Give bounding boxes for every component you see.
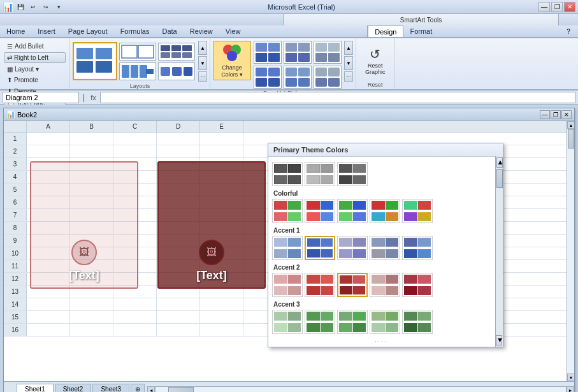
layouts-scroll-down[interactable]: ▼ (198, 56, 207, 70)
primary-swatch-3[interactable] (337, 162, 368, 186)
accent3-swatch-5[interactable] (402, 310, 433, 334)
col-header-e[interactable]: E (200, 121, 243, 132)
accent2-swatch-1[interactable] (272, 273, 303, 297)
layout-thumb-2[interactable] (119, 43, 156, 61)
cell-r14c2[interactable] (113, 298, 157, 310)
cell-r2c4[interactable] (200, 145, 243, 157)
styles-scroll-up[interactable]: ▲ (344, 41, 353, 55)
dropdown-scroll-main-thumb[interactable] (496, 169, 503, 188)
cell-r2c3[interactable] (157, 145, 200, 157)
accent3-swatch-3[interactable] (337, 310, 368, 334)
colorful-swatch-2[interactable] (305, 199, 335, 223)
minimize-btn[interactable]: — (538, 2, 550, 12)
cell-r15c0[interactable] (27, 311, 70, 323)
cell-r14c3[interactable] (157, 298, 200, 310)
smartart-box-2[interactable]: 🖼 [Text] (157, 161, 266, 289)
tab-design[interactable]: Design (368, 25, 403, 37)
vertical-scrollbar[interactable]: ▲ ▼ (567, 121, 574, 381)
accent1-swatch-2[interactable] (305, 236, 335, 260)
smartart-box-1[interactable]: 🖼 [Text] (30, 161, 138, 289)
save-quick-btn[interactable]: 💾 (15, 2, 26, 12)
primary-swatch-1[interactable] (272, 162, 303, 186)
layout-thumb-5[interactable] (158, 62, 195, 80)
workbook-close-btn[interactable]: ✕ (561, 110, 572, 119)
accent1-swatch-3[interactable] (337, 236, 368, 260)
scroll-right-arrow[interactable]: ► (567, 386, 574, 392)
primary-swatch-2[interactable] (305, 162, 335, 186)
cell-r1c4[interactable] (200, 133, 243, 145)
ribbon-help-btn[interactable]: ? (559, 25, 578, 37)
h-scroll-thumb[interactable] (168, 387, 194, 392)
restore-btn[interactable]: ❐ (551, 2, 563, 12)
style-thumb-1[interactable] (254, 41, 282, 64)
colorful-swatch-4[interactable] (370, 199, 400, 223)
scroll-thumb[interactable] (568, 129, 574, 149)
redo-quick-btn[interactable]: ↪ (40, 2, 52, 12)
sheet-tab-1[interactable]: Sheet1 (17, 384, 54, 392)
cell-r16c4[interactable] (200, 324, 243, 336)
cell-r2c0[interactable] (27, 145, 70, 157)
horizontal-scrollbar[interactable]: ◄ ► (147, 386, 574, 392)
styles-expand[interactable]: ⋯ (344, 71, 353, 82)
cell-r14c0[interactable] (27, 298, 70, 310)
sheet-tab-3[interactable]: Sheet3 (92, 384, 129, 392)
layouts-expand[interactable]: ⋯ (198, 71, 207, 82)
dropdown-scroll-thumb-up[interactable]: ▲ (496, 157, 503, 168)
scroll-left-arrow[interactable]: ◄ (147, 386, 155, 392)
accent2-swatch-3[interactable] (337, 273, 368, 297)
cell-r15c2[interactable] (113, 311, 157, 323)
tab-format[interactable]: Format (403, 25, 438, 37)
tab-view[interactable]: View (219, 25, 247, 37)
accent2-swatch-5[interactable] (402, 273, 433, 297)
cell-r1c0[interactable] (27, 133, 70, 145)
tab-insert[interactable]: Insert (31, 25, 62, 37)
col-header-b[interactable]: B (70, 121, 113, 132)
cell-r14c4[interactable] (200, 298, 243, 310)
tab-home[interactable]: Home (0, 25, 31, 37)
accent1-swatch-5[interactable] (402, 236, 433, 260)
styles-scroll-down[interactable]: ▼ (344, 56, 353, 70)
cell-r16c0[interactable] (27, 324, 70, 336)
tab-data[interactable]: Data (155, 25, 183, 37)
sheet-tab-insert[interactable]: ⊕ (131, 384, 145, 392)
close-btn[interactable]: ✕ (564, 2, 575, 12)
workbook-restore-btn[interactable]: ❐ (551, 110, 561, 119)
col-header-d[interactable]: D (157, 121, 200, 132)
scroll-down-arrow[interactable]: ▼ (567, 374, 574, 381)
cell-r16c1[interactable] (70, 324, 113, 336)
cell-r15c1[interactable] (70, 311, 113, 323)
dropdown-scroll-thumb-down[interactable]: ▼ (496, 335, 502, 345)
style-thumb-6[interactable] (314, 66, 342, 89)
sheet-tab-2[interactable]: Sheet2 (55, 384, 92, 392)
accent1-swatch-4[interactable] (370, 236, 400, 260)
tab-formulas[interactable]: Formulas (114, 25, 156, 37)
cell-r2c1[interactable] (70, 145, 113, 157)
style-thumb-2[interactable] (284, 41, 312, 64)
cell-r14c1[interactable] (70, 298, 113, 310)
cell-r15c3[interactable] (157, 311, 200, 323)
style-thumb-5[interactable] (284, 66, 312, 89)
cell-r1c1[interactable] (70, 133, 113, 145)
workbook-minimize-btn[interactable]: — (540, 110, 550, 119)
cell-r16c3[interactable] (157, 324, 200, 336)
formula-input[interactable] (100, 92, 575, 103)
add-bullet-btn[interactable]: ☰ Add Bullet (4, 41, 66, 52)
cell-r16c2[interactable] (113, 324, 157, 336)
change-colors-btn[interactable]: Change Colors ▾ (213, 41, 251, 80)
scroll-up-arrow[interactable]: ▲ (567, 121, 574, 129)
accent1-swatch-1[interactable] (272, 236, 303, 260)
promote-btn[interactable]: ⬆ Promote (4, 75, 66, 85)
accent2-swatch-2[interactable] (305, 273, 335, 297)
reset-graphic-btn[interactable]: ↺ ResetGraphic (361, 44, 389, 78)
colorful-swatch-1[interactable] (272, 199, 303, 223)
col-header-a[interactable]: A (27, 121, 70, 132)
layout-selected-thumb[interactable] (73, 42, 117, 80)
accent2-swatch-4[interactable] (370, 273, 400, 297)
cell-r1c3[interactable] (157, 133, 200, 145)
accent3-swatch-1[interactable] (272, 310, 303, 334)
tab-review[interactable]: Review (184, 25, 219, 37)
cell-r15c4[interactable] (200, 311, 243, 323)
function-btn[interactable]: fx (89, 94, 98, 101)
style-thumb-3[interactable] (314, 41, 342, 64)
layouts-scroll-up[interactable]: ▲ (198, 41, 207, 55)
